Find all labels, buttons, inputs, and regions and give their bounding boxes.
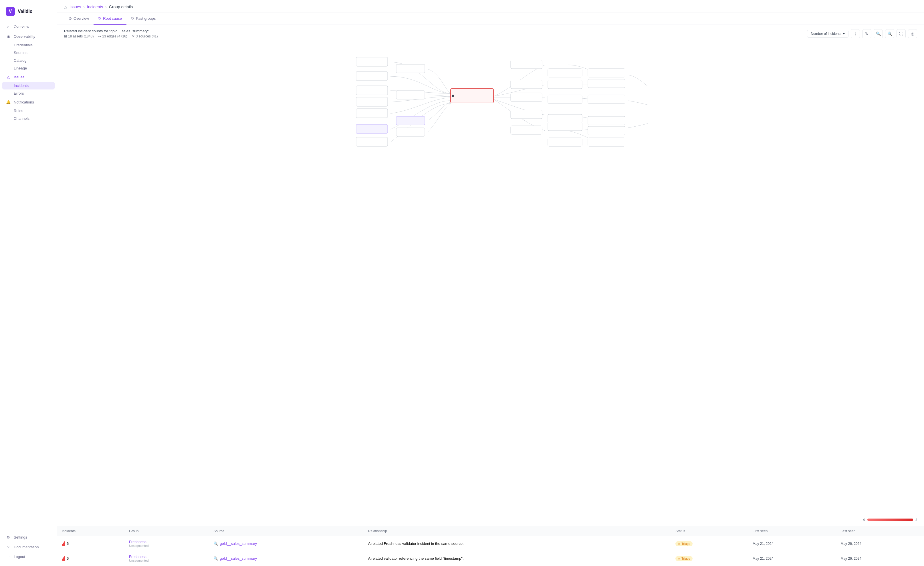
tab-past-groups-icon: ↻ xyxy=(131,16,134,21)
settings-icon: ⚙ xyxy=(6,535,11,540)
sidebar-item-rules[interactable]: Rules xyxy=(0,107,57,115)
svg-rect-15 xyxy=(511,60,542,69)
group-name[interactable]: Freshness xyxy=(129,540,204,544)
bell-icon: 🔔 xyxy=(6,99,11,105)
sidebar-bottom: ⚙ Settings ? Documentation → Logout xyxy=(0,530,57,562)
col-source: Source xyxy=(209,526,364,536)
breadcrumb: △ Issues › Incidents › Group details xyxy=(57,0,924,13)
edges-icon: ⇢ xyxy=(98,34,101,38)
source-name[interactable]: gold__sales_summary xyxy=(220,541,257,546)
breadcrumb-current: Group details xyxy=(109,4,133,9)
source-name[interactable]: gold__sales_summary xyxy=(220,556,257,561)
sidebar-item-logout[interactable]: → Logout xyxy=(0,552,57,562)
sidebar-item-documentation[interactable]: ? Documentation xyxy=(0,542,57,552)
tab-root-cause[interactable]: ↻ Root cause xyxy=(93,13,126,25)
issues-icon: △ xyxy=(64,4,67,9)
sidebar-item-observability[interactable]: ◉ Observability xyxy=(0,31,57,41)
sidebar-item-errors[interactable]: Errors xyxy=(0,90,57,97)
table-row: 6 Freshness Unsegmented 🔍 gold__sales_su… xyxy=(57,536,924,551)
svg-rect-22 xyxy=(548,95,582,103)
scale-max: 2 xyxy=(915,518,917,521)
sidebar-item-catalog[interactable]: Catalog xyxy=(0,57,57,64)
compass-button[interactable]: ◎ xyxy=(908,29,917,38)
graph-canvas: 0 2 xyxy=(57,40,924,526)
eye-icon: ◉ xyxy=(6,34,11,39)
refresh-button[interactable]: ↻ xyxy=(862,29,872,38)
status-cell: ⚠ Triage xyxy=(671,536,748,551)
group-sub: Unsegmented xyxy=(129,544,204,547)
status-badge: ⚠ Triage xyxy=(675,556,693,561)
graph-info: Related incident counts for "gold__sales… xyxy=(64,29,158,38)
col-relationship: Relationship xyxy=(364,526,671,536)
home-icon: ⌂ xyxy=(6,24,11,29)
tab-overview[interactable]: ⊙ Overview xyxy=(64,13,93,25)
sidebar-item-lineage[interactable]: Lineage xyxy=(0,64,57,72)
svg-rect-9 xyxy=(396,91,425,99)
number-of-incidents-dropdown[interactable]: Number of incidents ▾ xyxy=(807,30,849,38)
sidebar-item-overview[interactable]: ⌂ Overview xyxy=(0,22,57,31)
table-header: Incidents Group Source Relationship Stat… xyxy=(57,526,924,536)
table-body: 6 Freshness Unsegmented 🔍 gold__sales_su… xyxy=(57,536,924,566)
sidebar-item-sources[interactable]: Sources xyxy=(0,49,57,57)
breadcrumb-issues[interactable]: Issues xyxy=(69,4,81,9)
nav-main: ⌂ Overview ◉ Observability Credentials S… xyxy=(0,22,57,122)
sidebar-item-credentials[interactable]: Credentials xyxy=(0,41,57,49)
tab-root-cause-icon: ↻ xyxy=(98,16,101,21)
sidebar-item-issues[interactable]: △ Issues xyxy=(0,72,57,82)
graph-title: Related incident counts for "gold__sales… xyxy=(64,29,158,33)
svg-rect-13 xyxy=(450,88,494,103)
svg-point-14 xyxy=(452,94,454,97)
assets-icon: ⊞ xyxy=(64,34,67,38)
graph-meta: ⊞ 18 assets (1843) ⇢ 23 edges (4716) ✕ 3… xyxy=(64,34,158,38)
chevron-down-icon: ▾ xyxy=(843,32,845,36)
svg-rect-11 xyxy=(396,128,425,136)
fit-view-button[interactable]: ⛶ xyxy=(897,29,906,38)
number-of-incidents-label: Number of incidents xyxy=(811,32,842,36)
source-cell: 🔍 gold__sales_summary xyxy=(209,536,364,551)
svg-rect-6 xyxy=(356,124,388,133)
group-cell: Freshness Unsegmented xyxy=(124,551,209,566)
sidebar-item-notifications[interactable]: 🔔 Notifications xyxy=(0,97,57,107)
tab-root-cause-label: Root cause xyxy=(103,16,122,21)
status-cell: ⚠ Triage xyxy=(671,551,748,566)
svg-rect-27 xyxy=(588,79,625,88)
tab-past-groups[interactable]: ↻ Past groups xyxy=(126,13,160,25)
sidebar-item-label: Overview xyxy=(14,25,29,29)
sources-icon: ✕ xyxy=(132,34,135,38)
graph-header: Related incident counts for "gold__sales… xyxy=(57,25,924,40)
scale-bar: 0 2 xyxy=(863,518,917,521)
sidebar-item-incidents[interactable]: Incidents xyxy=(2,82,55,90)
bar-chart-icon xyxy=(62,556,65,561)
warning-icon: ⚠ xyxy=(678,557,680,560)
logout-icon: → xyxy=(6,554,11,559)
svg-rect-17 xyxy=(511,93,542,102)
svg-rect-8 xyxy=(396,64,425,73)
svg-rect-20 xyxy=(548,69,582,77)
status-label: Triage xyxy=(681,557,690,560)
tabs: ⊙ Overview ↻ Root cause ↻ Past groups xyxy=(57,13,924,25)
sidebar-item-channels[interactable]: Channels xyxy=(0,115,57,122)
zoom-in-button[interactable]: 🔍 xyxy=(885,29,894,38)
svg-rect-4 xyxy=(356,97,388,106)
sidebar-item-label: Documentation xyxy=(14,545,39,549)
graph-controls: Number of incidents ▾ ⊹ ↻ 🔍 🔍 ⛶ ◎ xyxy=(807,29,917,38)
status-badge: ⚠ Triage xyxy=(675,541,693,546)
sidebar-item-settings[interactable]: ⚙ Settings xyxy=(0,532,57,542)
lineage-graph xyxy=(57,40,924,161)
search-icon: 🔍 xyxy=(213,541,218,546)
group-name[interactable]: Freshness xyxy=(129,554,204,559)
breadcrumb-incidents[interactable]: Incidents xyxy=(87,4,103,9)
sidebar-item-label: Settings xyxy=(14,535,27,539)
incidents-table: Incidents Group Source Relationship Stat… xyxy=(57,526,924,566)
group-cell: Freshness Unsegmented xyxy=(124,536,209,551)
bar-chart-icon xyxy=(62,541,65,546)
svg-rect-29 xyxy=(588,116,625,125)
zoom-out-button[interactable]: 🔍 xyxy=(874,29,883,38)
logo-icon: V xyxy=(6,7,15,16)
svg-rect-5 xyxy=(356,109,388,118)
table-section: Incidents Group Source Relationship Stat… xyxy=(57,526,924,566)
graph-sources: ✕ 3 sources (41) xyxy=(132,34,158,38)
incidents-cell: 6 xyxy=(57,536,124,551)
select-tool-button[interactable]: ⊹ xyxy=(851,29,860,38)
svg-rect-19 xyxy=(511,126,542,134)
